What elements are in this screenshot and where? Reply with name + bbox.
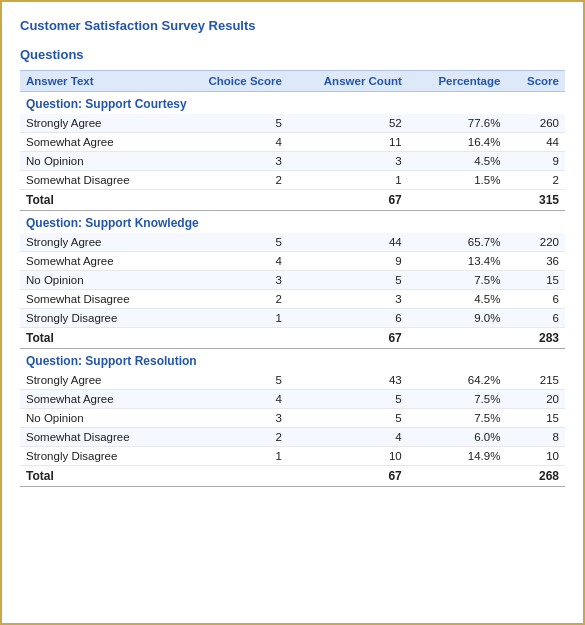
choice-score: 1: [174, 447, 288, 466]
score: 10: [506, 447, 565, 466]
total-percentage: [408, 466, 507, 487]
answer-count: 3: [288, 290, 408, 309]
answer-count: 4: [288, 428, 408, 447]
total-percentage: [408, 328, 507, 349]
answer-count: 6: [288, 309, 408, 328]
table-row: Somewhat Disagree 2 4 6.0% 8: [20, 428, 565, 447]
total-choice-score: [174, 466, 288, 487]
total-label: Total: [20, 328, 174, 349]
total-score: 283: [506, 328, 565, 349]
score: 15: [506, 409, 565, 428]
page-title: Customer Satisfaction Survey Results: [20, 18, 565, 33]
total-label: Total: [20, 190, 174, 211]
answer-count: 5: [288, 390, 408, 409]
percentage: 9.0%: [408, 309, 507, 328]
table-row: No Opinion 3 5 7.5% 15: [20, 271, 565, 290]
choice-score: 4: [174, 390, 288, 409]
percentage: 64.2%: [408, 371, 507, 390]
score: 6: [506, 309, 565, 328]
table-row: Somewhat Agree 4 5 7.5% 20: [20, 390, 565, 409]
percentage: 77.6%: [408, 114, 507, 133]
answer-text: No Opinion: [20, 152, 174, 171]
choice-score: 5: [174, 114, 288, 133]
percentage: 7.5%: [408, 271, 507, 290]
percentage: 14.9%: [408, 447, 507, 466]
question-row: Question: Support Knowledge: [20, 211, 565, 234]
answer-text: Strongly Agree: [20, 233, 174, 252]
table-row: No Opinion 3 5 7.5% 15: [20, 409, 565, 428]
table-row: Strongly Agree 5 44 65.7% 220: [20, 233, 565, 252]
total-score: 268: [506, 466, 565, 487]
score: 220: [506, 233, 565, 252]
percentage: 7.5%: [408, 409, 507, 428]
score: 215: [506, 371, 565, 390]
answer-text: Somewhat Disagree: [20, 171, 174, 190]
answer-text: Somewhat Agree: [20, 133, 174, 152]
table-row: Strongly Agree 5 43 64.2% 215: [20, 371, 565, 390]
table-row: Somewhat Agree 4 11 16.4% 44: [20, 133, 565, 152]
total-choice-score: [174, 190, 288, 211]
total-row: Total 67 268: [20, 466, 565, 487]
percentage: 4.5%: [408, 152, 507, 171]
choice-score: 1: [174, 309, 288, 328]
table-row: Strongly Disagree 1 10 14.9% 10: [20, 447, 565, 466]
choice-score: 3: [174, 271, 288, 290]
question-row: Question: Support Resolution: [20, 349, 565, 372]
col-header-choice-score: Choice Score: [174, 71, 288, 92]
answer-count: 5: [288, 271, 408, 290]
answer-count: 1: [288, 171, 408, 190]
score: 15: [506, 271, 565, 290]
answer-text: Strongly Agree: [20, 371, 174, 390]
answer-count: 11: [288, 133, 408, 152]
table-row: No Opinion 3 3 4.5% 9: [20, 152, 565, 171]
percentage: 4.5%: [408, 290, 507, 309]
table-row: Somewhat Disagree 2 1 1.5% 2: [20, 171, 565, 190]
total-percentage: [408, 190, 507, 211]
answer-text: No Opinion: [20, 409, 174, 428]
choice-score: 2: [174, 171, 288, 190]
answer-text: Somewhat Agree: [20, 390, 174, 409]
total-answer-count: 67: [288, 190, 408, 211]
answer-text: No Opinion: [20, 271, 174, 290]
col-header-percentage: Percentage: [408, 71, 507, 92]
choice-score: 4: [174, 252, 288, 271]
choice-score: 2: [174, 290, 288, 309]
answer-text: Somewhat Disagree: [20, 290, 174, 309]
total-choice-score: [174, 328, 288, 349]
percentage: 1.5%: [408, 171, 507, 190]
answer-text: Somewhat Agree: [20, 252, 174, 271]
score: 20: [506, 390, 565, 409]
score: 2: [506, 171, 565, 190]
answer-count: 44: [288, 233, 408, 252]
question-row: Question: Support Courtesy: [20, 92, 565, 115]
total-label: Total: [20, 466, 174, 487]
choice-score: 2: [174, 428, 288, 447]
total-answer-count: 67: [288, 328, 408, 349]
percentage: 7.5%: [408, 390, 507, 409]
answer-count: 10: [288, 447, 408, 466]
score: 6: [506, 290, 565, 309]
answer-count: 3: [288, 152, 408, 171]
answer-text: Strongly Disagree: [20, 309, 174, 328]
total-row: Total 67 283: [20, 328, 565, 349]
answer-text: Strongly Agree: [20, 114, 174, 133]
answer-text: Somewhat Disagree: [20, 428, 174, 447]
answer-text: Strongly Disagree: [20, 447, 174, 466]
table-row: Somewhat Disagree 2 3 4.5% 6: [20, 290, 565, 309]
question-label: Question: Support Knowledge: [20, 211, 565, 234]
answer-count: 43: [288, 371, 408, 390]
percentage: 6.0%: [408, 428, 507, 447]
table-row: Somewhat Agree 4 9 13.4% 36: [20, 252, 565, 271]
answer-count: 9: [288, 252, 408, 271]
col-header-answer-count: Answer Count: [288, 71, 408, 92]
table-row: Strongly Agree 5 52 77.6% 260: [20, 114, 565, 133]
total-row: Total 67 315: [20, 190, 565, 211]
score: 260: [506, 114, 565, 133]
total-score: 315: [506, 190, 565, 211]
question-label: Question: Support Courtesy: [20, 92, 565, 115]
score: 36: [506, 252, 565, 271]
choice-score: 5: [174, 371, 288, 390]
col-header-answer-text: Answer Text: [20, 71, 174, 92]
score: 9: [506, 152, 565, 171]
choice-score: 5: [174, 233, 288, 252]
